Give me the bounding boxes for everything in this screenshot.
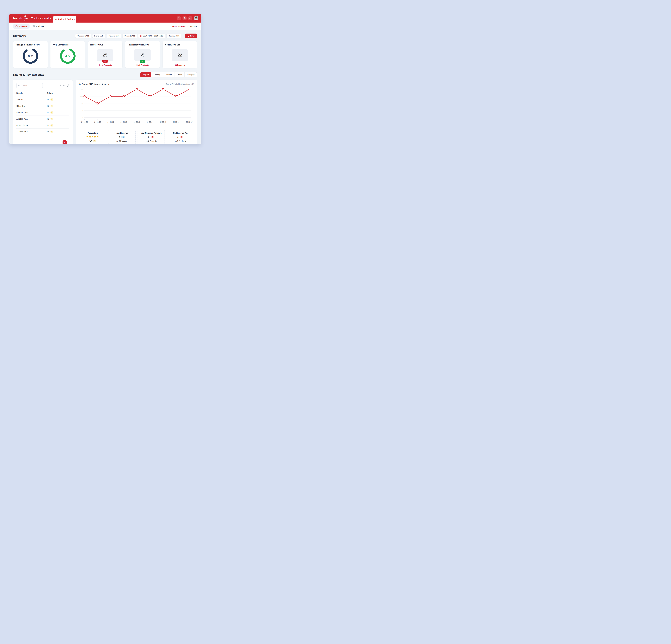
new-reviews-delta-badge: -65 xyxy=(102,60,108,63)
filter-chip-country[interactable]: Country(All) xyxy=(166,34,181,38)
new-reviews-value: 25 xyxy=(97,49,113,61)
breadcrumb-separator: - xyxy=(188,25,188,27)
delta-pill: -1 xyxy=(150,136,154,138)
expand-icon[interactable] xyxy=(67,85,69,87)
card-new-negative-reviews: New Negative Reviews -5 -12 On 3 Product… xyxy=(125,41,160,68)
delta-pill: 0 xyxy=(50,111,53,114)
card-title: New Negative Reviews xyxy=(128,43,157,46)
avg-star-donut: 4.2 xyxy=(59,47,77,65)
headset-icon xyxy=(189,17,191,20)
search-icon xyxy=(178,17,180,20)
search-input[interactable] xyxy=(22,85,39,87)
kpi-cards: Ratings & Reviews Score 4.2 Avg. Star Ra… xyxy=(13,41,197,68)
new-negative-reviews-box: New Negative Reviews 0 -1 on 0 Products xyxy=(138,130,165,144)
delta-pill: 0 xyxy=(50,98,53,101)
delta-pill: 0 xyxy=(50,105,53,107)
tab-rating-reviews[interactable]: Rating & Reviews xyxy=(53,16,76,23)
language-button[interactable] xyxy=(182,16,187,21)
negative-reviews-products-link[interactable]: On 3 Products xyxy=(128,64,157,66)
card-new-reviews: New Reviews 25 -65 On 11 Products xyxy=(88,41,123,68)
grid-icon xyxy=(33,25,35,27)
svg-text:24-02-17: 24-02-17 xyxy=(186,121,193,123)
new-reviews-products-link[interactable]: On 11 Products xyxy=(90,64,120,66)
delta-pill: 0 xyxy=(50,130,53,133)
calendar-icon xyxy=(140,35,142,37)
filter-divider xyxy=(183,34,183,38)
nav-price-promotion-label: Price & Promotion xyxy=(34,17,51,19)
card-title: No Reviews Yet xyxy=(165,43,195,46)
filter-chip-category[interactable]: Category(All) xyxy=(75,34,91,38)
stats-section-title: Rating & Reviews stats xyxy=(13,73,44,76)
logo-signal-arcs-top xyxy=(23,15,27,17)
svg-text:24-02-14: 24-02-14 xyxy=(147,121,153,123)
app-window: brandzone $ Price & Promotion xyxy=(9,14,201,144)
svg-text:24-02-13: 24-02-13 xyxy=(134,121,140,123)
chevron-down-icon xyxy=(24,93,26,94)
svg-text:2.0: 2.0 xyxy=(80,110,83,111)
retailer-table-panel: Retailer Rating Takealot 4.90 Other One … xyxy=(13,80,73,144)
next-page-icon[interactable]: › xyxy=(68,141,69,144)
column-header-rating[interactable]: Rating xyxy=(47,92,69,94)
support-button[interactable] xyxy=(188,16,192,21)
breadcrumb-section[interactable]: Rating & Reviews xyxy=(172,25,186,27)
no-reviews-yet-box: No Reviews Yet 0 -1 on 0 Products xyxy=(167,130,194,144)
sub-navigation: Summary Products Rating & Reviews - Summ… xyxy=(9,23,201,30)
brand-logo: brandzone xyxy=(13,14,28,23)
filter-button[interactable]: Filter xyxy=(185,34,197,38)
delta-pill: -1 xyxy=(121,136,125,138)
see-all-products-link[interactable]: See all Al Nahdi KSA products (15) xyxy=(166,83,194,85)
no-reviews-value: 22 xyxy=(172,49,188,61)
table-row[interactable]: Amazon UAE 4.60 xyxy=(16,109,69,116)
svg-text:4.0: 4.0 xyxy=(80,95,83,97)
date-range-picker[interactable]: 2024-02-08 - 2024-02-15 xyxy=(138,34,165,38)
globe-icon xyxy=(183,17,186,20)
settings-gear-icon[interactable] xyxy=(63,85,65,87)
svg-text:24-02-12: 24-02-12 xyxy=(121,121,127,123)
toggle-brand[interactable]: Brand xyxy=(174,72,185,77)
subnav-item-summary[interactable]: Summary xyxy=(13,24,29,29)
svg-text:4.2: 4.2 xyxy=(65,54,71,58)
filter-chip-brand[interactable]: Brand(All) xyxy=(92,34,105,38)
toggle-retailer[interactable]: Retailer xyxy=(163,72,175,77)
nav-price-promotion[interactable]: $ Price & Promotion xyxy=(31,14,51,23)
refresh-icon[interactable] xyxy=(59,85,61,87)
negative-reviews-value: -5 xyxy=(134,49,151,61)
svg-text:24-02-16: 24-02-16 xyxy=(173,121,179,123)
date-range-value: 2024-02-08 - 2024-02-15 xyxy=(143,35,163,37)
user-avatar[interactable] xyxy=(194,16,198,21)
funnel-icon xyxy=(187,35,189,37)
table-row[interactable]: Al Nahdi KSA 4.70 xyxy=(16,122,69,129)
table-row[interactable]: Amazon KSA 4.80 xyxy=(16,116,69,122)
subnav-item-products[interactable]: Products xyxy=(33,25,44,27)
avatar-hair xyxy=(195,16,197,17)
dollar-coin-icon: $ xyxy=(31,17,33,20)
svg-text:24-02-11: 24-02-11 xyxy=(107,121,114,123)
chart-summary-boxes: Avg. rating ★★★★★ 4.7 0 New Reviews 0 -1 xyxy=(79,130,194,144)
delta-pill: 0 xyxy=(50,124,53,127)
no-reviews-products-link[interactable]: 22 Products xyxy=(165,64,195,66)
svg-text:4.2: 4.2 xyxy=(28,54,33,58)
column-header-retailer[interactable]: Retailer xyxy=(16,92,47,94)
current-page-button[interactable]: 1 xyxy=(63,140,67,144)
table-row[interactable]: Takealot 4.90 xyxy=(16,96,69,103)
filter-chip-product[interactable]: Product(All) xyxy=(123,34,137,38)
logo-signal-arcs-bottom xyxy=(23,20,27,22)
card-title: Avg. Star Rating xyxy=(53,43,83,46)
svg-text:$: $ xyxy=(32,17,33,19)
table-row[interactable]: Al Nahdi KSA 4.50 xyxy=(16,129,69,135)
delta-pill: 0 xyxy=(50,118,53,120)
svg-text:24-02-10: 24-02-10 xyxy=(94,121,101,123)
toggle-category[interactable]: Category xyxy=(185,72,197,77)
table-row[interactable]: Other One 4.50 xyxy=(16,103,69,109)
bar-chart-icon xyxy=(15,25,17,27)
prev-page-icon[interactable]: ‹ xyxy=(60,141,61,144)
negative-reviews-delta-badge: -12 xyxy=(140,60,145,63)
filter-chip-retailer[interactable]: Retailer(All) xyxy=(107,34,121,38)
tab-rating-reviews-label: Rating & Reviews xyxy=(58,18,75,20)
table-search[interactable] xyxy=(16,83,43,88)
toggle-country[interactable]: Country xyxy=(151,72,163,77)
star-outline-icon xyxy=(55,18,57,21)
breadcrumb: Rating & Reviews - Summary xyxy=(172,25,197,27)
search-button[interactable] xyxy=(177,16,181,21)
toggle-region[interactable]: Region xyxy=(140,72,151,77)
